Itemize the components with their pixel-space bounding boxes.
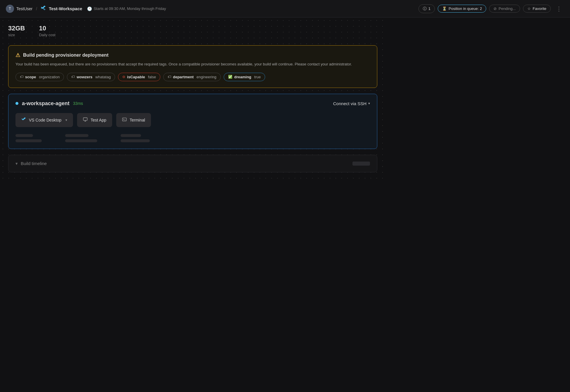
- skeleton-line: [15, 134, 33, 137]
- more-icon: ⋮: [556, 6, 562, 12]
- tag-department-icon: 🏷: [168, 75, 171, 79]
- main-content: 32GB size 10 Daily cost ⚠ Build pending …: [0, 18, 385, 179]
- agent-name: a-workspace-agent: [22, 100, 69, 107]
- alert-count: 1: [428, 6, 430, 11]
- tag-wowzers-value: whatatag: [95, 75, 111, 79]
- skeleton-line: [15, 139, 42, 142]
- stat-size-label: size: [8, 33, 25, 37]
- test-app-label: Test App: [91, 118, 106, 122]
- skeleton-col-1: [15, 134, 42, 142]
- connect-chevron-icon: ▾: [368, 101, 370, 105]
- more-menu-button[interactable]: ⋮: [554, 4, 564, 13]
- queue-label: Position in queue: 2: [449, 6, 482, 11]
- timeline-label: Build timeline: [21, 161, 47, 166]
- queue-button[interactable]: ⏳ Position in queue: 2: [438, 5, 486, 13]
- vscode-desktop-icon: [21, 117, 26, 123]
- tag-dreaming-value: true: [254, 75, 261, 79]
- tag-scope-icon: 🏷: [20, 75, 23, 79]
- skeleton-line: [65, 134, 88, 137]
- terminal-label: Terminal: [130, 118, 145, 122]
- tag-dreaming-key: dreaming: [234, 75, 251, 79]
- tag-wowzers: 🏷 wowzers whatatag: [67, 73, 115, 81]
- tag-iscapable-value: false: [148, 75, 156, 79]
- stat-size-value: 32GB: [8, 25, 25, 32]
- timeline-card: ▾ Build timeline: [8, 155, 377, 172]
- tag-dreaming-icon: ✅: [228, 75, 232, 79]
- pending-label: Pending...: [498, 6, 516, 11]
- timeline-chevron-icon: ▾: [15, 161, 18, 166]
- stat-cost: 10 Daily cost: [39, 25, 55, 37]
- header: T TestUser / Test-Workspace 🕐 Starts at …: [0, 0, 570, 18]
- warning-title-text: Build pending provisioner deployment: [23, 53, 108, 58]
- tag-wowzers-icon: 🏷: [71, 75, 75, 79]
- header-separator: /: [36, 6, 37, 11]
- agent-title: a-workspace-agent 33ms: [15, 100, 83, 107]
- alert-icon: ⓘ: [423, 6, 427, 11]
- clock-icon: 🕐: [87, 6, 92, 11]
- agent-header: a-workspace-agent 33ms Connect via SSH ▾: [15, 100, 370, 107]
- vscode-desktop-label: VS Code Desktop: [29, 118, 61, 122]
- pending-icon: ⊘: [493, 6, 497, 11]
- tag-department-key: department: [173, 75, 194, 79]
- favorite-label: Favorite: [533, 6, 546, 11]
- schedule-text: Starts at 09:30 AM, Monday through Frida…: [94, 6, 166, 11]
- warning-body: Your build has been enqueued, but there …: [15, 61, 370, 67]
- connect-ssh-button[interactable]: Connect via SSH ▾: [333, 101, 370, 106]
- header-left: T TestUser / Test-Workspace 🕐 Starts at …: [6, 5, 415, 13]
- stat-size: 32GB size: [8, 25, 25, 37]
- alert-button[interactable]: ⓘ 1: [418, 4, 435, 13]
- skeleton-line: [121, 139, 150, 142]
- tags-row: 🏷 scope organization 🏷 wowzers whatatag …: [15, 73, 370, 81]
- stat-cost-label: Daily cost: [39, 33, 55, 37]
- agent-latency: 33ms: [73, 101, 83, 106]
- skeleton-col-3: [121, 134, 150, 142]
- warning-title: ⚠ Build pending provisioner deployment: [15, 52, 370, 58]
- stat-cost-value: 10: [39, 25, 55, 32]
- tag-scope-key: scope: [25, 75, 36, 79]
- tag-scope-value: organization: [39, 75, 60, 79]
- skeleton-line: [121, 134, 141, 137]
- warning-card: ⚠ Build pending provisioner deployment Y…: [8, 45, 377, 88]
- skeleton-col-2: [65, 134, 97, 142]
- avatar: T: [6, 5, 14, 13]
- star-icon: ☆: [527, 6, 531, 11]
- tag-department-value: engineering: [197, 75, 216, 79]
- terminal-icon: [122, 117, 127, 123]
- skeleton-line: [65, 139, 97, 142]
- test-app-icon: [83, 117, 88, 123]
- username: TestUser: [16, 6, 32, 11]
- skeleton-rows: [15, 134, 370, 142]
- vscode-desktop-button[interactable]: VS Code Desktop ▾: [15, 113, 73, 127]
- tag-scope: 🏷 scope organization: [15, 73, 64, 81]
- svg-rect-1: [122, 118, 126, 121]
- pending-button[interactable]: ⊘ Pending...: [489, 5, 520, 13]
- timeline-bar: [352, 162, 370, 166]
- header-right: ⓘ 1 ⏳ Position in queue: 2 ⊘ Pending... …: [418, 4, 564, 13]
- workspace-name: Test-Workspace: [49, 6, 82, 11]
- tag-dreaming: ✅ dreaming true: [224, 73, 265, 81]
- timeline-left: ▾ Build timeline: [15, 161, 47, 166]
- terminal-button[interactable]: Terminal: [116, 113, 151, 127]
- queue-icon: ⏳: [442, 6, 447, 11]
- app-buttons-row: VS Code Desktop ▾ Test App: [15, 113, 370, 127]
- warning-icon: ⚠: [15, 52, 20, 58]
- agent-card: a-workspace-agent 33ms Connect via SSH ▾…: [8, 94, 377, 149]
- vscode-icon: [41, 5, 46, 12]
- agent-status-dot: [15, 102, 18, 105]
- tag-wowzers-key: wowzers: [77, 75, 92, 79]
- connect-ssh-label: Connect via SSH: [333, 101, 366, 106]
- tag-department: 🏷 department engineering: [163, 73, 221, 81]
- vscode-chevron-icon: ▾: [65, 118, 67, 122]
- test-app-button[interactable]: Test App: [77, 113, 112, 127]
- tag-iscapable-key: isCapable: [127, 75, 145, 79]
- tag-iscapable-icon: ⊖: [122, 75, 125, 79]
- stats-row: 32GB size 10 Daily cost: [8, 25, 377, 37]
- favorite-button[interactable]: ☆ Favorite: [523, 5, 551, 13]
- schedule-info: 🕐 Starts at 09:30 AM, Monday through Fri…: [87, 6, 166, 11]
- svg-rect-0: [84, 118, 87, 120]
- tag-iscapable: ⊖ isCapable false: [118, 73, 160, 81]
